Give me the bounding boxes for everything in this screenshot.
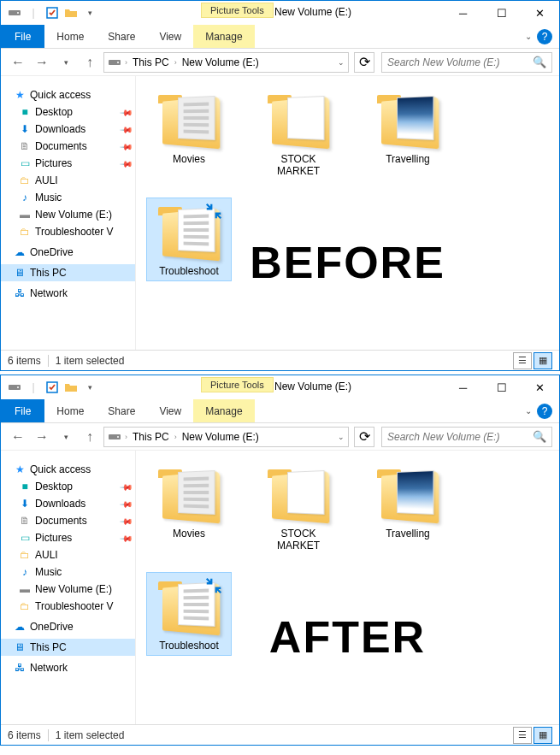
address-bar[interactable]: › This PC › New Volume (E:) ⌄ xyxy=(103,427,349,447)
nav-network[interactable]: 🖧Network xyxy=(1,659,135,676)
navigation-bar: ← → ▾ ↑ › This PC › New Volume (E:) ⌄ ⟳ … xyxy=(1,423,559,451)
search-icon[interactable]: 🔍 xyxy=(533,56,546,68)
view-tab[interactable]: View xyxy=(147,25,193,48)
search-icon[interactable]: 🔍 xyxy=(533,430,546,443)
forward-button[interactable]: → xyxy=(32,427,52,447)
maximize-button[interactable]: ☐ xyxy=(482,375,521,399)
large-icons-view-button[interactable]: ▦ xyxy=(533,352,552,369)
details-view-button[interactable]: ☰ xyxy=(513,727,532,744)
help-icon[interactable]: ? xyxy=(537,29,552,44)
nav-music[interactable]: ♪Music xyxy=(1,189,135,206)
files-pane[interactable]: Movies STOCK MARKET Travelling Troublesh… xyxy=(136,451,559,724)
nav-desktop[interactable]: ■Desktop📌 xyxy=(1,103,135,121)
nav-new-volume[interactable]: ▬New Volume (E:) xyxy=(1,206,135,223)
manage-tab[interactable]: Manage xyxy=(193,25,254,48)
nav-this-pc[interactable]: 🖥This PC xyxy=(1,639,135,656)
folder-troubleshoot[interactable]: Troubleshoot xyxy=(146,198,232,281)
breadcrumb-this-pc[interactable]: This PC xyxy=(131,431,171,443)
up-button[interactable]: ↑ xyxy=(80,52,100,73)
search-input[interactable] xyxy=(387,56,533,68)
recent-locations-icon[interactable]: ▾ xyxy=(56,427,76,447)
nav-pictures[interactable]: ▭Pictures📌 xyxy=(1,155,135,172)
view-tab[interactable]: View xyxy=(147,399,193,422)
share-tab[interactable]: Share xyxy=(96,399,147,422)
ribbon-expand-icon[interactable]: ⌄ xyxy=(525,32,532,41)
refresh-button[interactable]: ⟳ xyxy=(354,427,374,447)
back-button[interactable]: ← xyxy=(8,52,28,73)
forward-button[interactable]: → xyxy=(32,52,52,73)
new-folder-icon[interactable] xyxy=(62,379,80,396)
search-box[interactable]: 🔍 xyxy=(381,52,552,73)
nav-label: Music xyxy=(35,566,62,578)
close-button[interactable]: ✕ xyxy=(521,1,559,25)
details-view-button[interactable]: ☰ xyxy=(513,352,532,369)
nav-music[interactable]: ♪Music xyxy=(1,563,135,581)
search-box[interactable]: 🔍 xyxy=(381,427,552,447)
folder-stock-market[interactable]: STOCK MARKET xyxy=(256,86,341,180)
folder-troubleshoot[interactable]: Troubleshoot xyxy=(146,572,232,656)
up-button[interactable]: ↑ xyxy=(80,427,100,447)
drive-icon: ▬ xyxy=(18,208,32,221)
address-dropdown-icon[interactable]: ⌄ xyxy=(338,433,345,441)
folder-movies[interactable]: Movies xyxy=(146,86,232,180)
navigation-pane[interactable]: ★Quick access ■Desktop📌 ⬇Downloads📌 🗎Doc… xyxy=(1,451,136,724)
nav-this-pc[interactable]: 🖥This PC xyxy=(1,264,135,281)
folder-thumbnail xyxy=(264,464,333,524)
files-pane[interactable]: Movies STOCK MARKET Travelling Troublesh… xyxy=(136,76,559,350)
close-button[interactable]: ✕ xyxy=(521,375,559,399)
chevron-right-icon[interactable]: › xyxy=(174,433,177,441)
refresh-button[interactable]: ⟳ xyxy=(354,52,374,73)
breadcrumb-volume[interactable]: New Volume (E:) xyxy=(180,56,261,68)
manage-tab[interactable]: Manage xyxy=(193,399,254,422)
qat-dropdown-icon[interactable]: ▾ xyxy=(81,379,98,396)
nav-auli[interactable]: 🗀AULI xyxy=(1,172,135,189)
file-tab[interactable]: File xyxy=(1,399,44,422)
maximize-button[interactable]: ☐ xyxy=(482,1,521,25)
folder-travelling[interactable]: Travelling xyxy=(365,461,451,555)
search-input[interactable] xyxy=(387,431,533,443)
home-tab[interactable]: Home xyxy=(44,399,96,422)
address-dropdown-icon[interactable]: ⌄ xyxy=(338,58,345,67)
nav-quick-access[interactable]: ★Quick access xyxy=(1,461,135,478)
qat-dropdown-icon[interactable]: ▾ xyxy=(81,4,98,21)
nav-downloads[interactable]: ⬇Downloads📌 xyxy=(1,121,135,138)
nav-auli[interactable]: 🗀AULI xyxy=(1,546,135,563)
folder-stock-market[interactable]: STOCK MARKET xyxy=(256,461,341,555)
recent-locations-icon[interactable]: ▾ xyxy=(56,52,76,73)
nav-new-volume[interactable]: ▬New Volume (E:) xyxy=(1,581,135,598)
large-icons-view-button[interactable]: ▦ xyxy=(533,727,552,744)
back-button[interactable]: ← xyxy=(8,427,28,447)
folder-movies[interactable]: Movies xyxy=(146,461,232,555)
properties-icon[interactable] xyxy=(44,4,61,21)
nav-onedrive[interactable]: ☁OneDrive xyxy=(1,244,135,261)
nav-onedrive[interactable]: ☁OneDrive xyxy=(1,618,135,635)
nav-documents[interactable]: 🗎Documents📌 xyxy=(1,512,135,529)
nav-network[interactable]: 🖧Network xyxy=(1,285,135,302)
minimize-button[interactable]: ─ xyxy=(444,1,482,25)
chevron-right-icon[interactable]: › xyxy=(125,433,127,441)
downloads-icon: ⬇ xyxy=(18,497,32,510)
folder-travelling[interactable]: Travelling xyxy=(365,86,451,180)
nav-downloads[interactable]: ⬇Downloads📌 xyxy=(1,495,135,512)
share-tab[interactable]: Share xyxy=(96,25,147,48)
navigation-pane[interactable]: ★Quick access ■Desktop📌 ⬇Downloads📌 🗎Doc… xyxy=(1,76,136,350)
properties-icon[interactable] xyxy=(44,379,61,396)
ribbon-expand-icon[interactable]: ⌄ xyxy=(525,406,532,416)
chevron-right-icon[interactable]: › xyxy=(174,58,177,67)
chevron-right-icon[interactable]: › xyxy=(125,58,127,67)
home-tab[interactable]: Home xyxy=(44,25,96,48)
nav-pictures[interactable]: ▭Pictures📌 xyxy=(1,529,135,546)
new-folder-icon[interactable] xyxy=(62,4,80,21)
nav-quick-access[interactable]: ★Quick access xyxy=(1,86,135,103)
file-tab[interactable]: File xyxy=(1,25,44,48)
help-icon[interactable]: ? xyxy=(537,404,552,419)
breadcrumb-volume[interactable]: New Volume (E:) xyxy=(180,431,261,443)
pin-icon: 📌 xyxy=(120,480,133,493)
nav-troubleshooter[interactable]: 🗀Troubleshooter V xyxy=(1,223,135,240)
nav-troubleshooter[interactable]: 🗀Troubleshooter V xyxy=(1,598,135,615)
nav-documents[interactable]: 🗎Documents📌 xyxy=(1,138,135,155)
minimize-button[interactable]: ─ xyxy=(444,375,482,399)
address-bar[interactable]: › This PC › New Volume (E:) ⌄ xyxy=(103,52,349,73)
nav-desktop[interactable]: ■Desktop📌 xyxy=(1,478,135,495)
breadcrumb-this-pc[interactable]: This PC xyxy=(131,56,171,68)
